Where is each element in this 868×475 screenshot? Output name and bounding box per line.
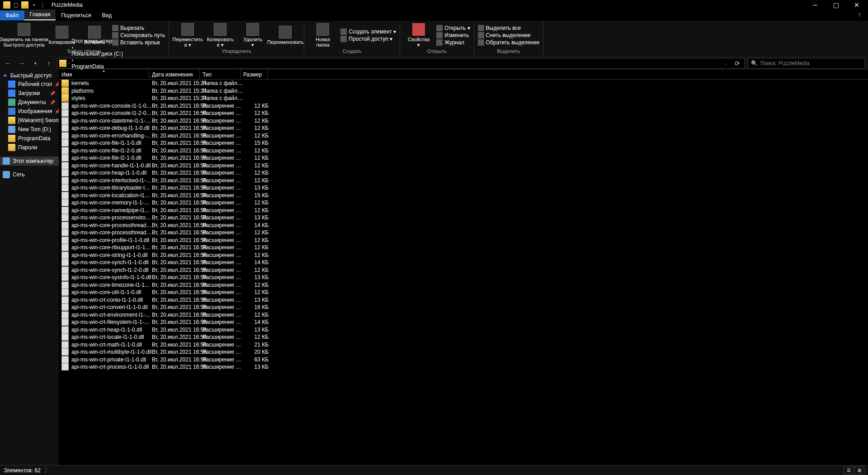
file-row[interactable]: api-ms-win-core-heap-l1-1-0.dllВт, 20.ию…: [59, 169, 868, 177]
sidebar-thispc[interactable]: Этот компьютер: [0, 157, 59, 166]
easyaccess-button[interactable]: Простой доступ ▾: [340, 36, 396, 42]
file-row[interactable]: api-ms-win-core-libraryloader-l1-1-0.dll…: [59, 184, 868, 192]
file-icon: [61, 333, 69, 341]
view-details-button[interactable]: ☰: [844, 466, 854, 475]
file-row[interactable]: api-ms-win-core-synch-l1-2-0.dllВт, 20.и…: [59, 266, 868, 274]
file-row[interactable]: api-ms-win-core-file-l1-2-0.dllВт, 20.ию…: [59, 147, 868, 155]
file-row[interactable]: api-ms-win-core-processthreads-l1-1-0.dl…: [59, 222, 868, 229]
sidebar-item[interactable]: Пароли: [0, 143, 59, 152]
sidebar-network[interactable]: Сеть: [0, 170, 59, 179]
edit-button[interactable]: Изменить: [436, 32, 470, 38]
file-row[interactable]: api-ms-win-core-memory-l1-1-0.dllВт, 20.…: [59, 199, 868, 207]
file-row[interactable]: api-ms-win-core-debug-l1-1-0.dllВт, 20.и…: [59, 124, 868, 132]
sidebar-item[interactable]: ProgramData: [0, 134, 59, 143]
file-row[interactable]: api-ms-win-core-errorhandling-l1-1-0.dll…: [59, 132, 868, 140]
search-input[interactable]: [760, 60, 862, 66]
moveto-button[interactable]: Переместить в ▾: [173, 22, 203, 48]
file-row[interactable]: api-ms-win-crt-process-l1-1-0.dllВт, 20.…: [59, 363, 868, 371]
recent-dropdown[interactable]: ▾: [30, 58, 41, 69]
rename-button[interactable]: Переименовать: [270, 25, 300, 46]
refresh-button[interactable]: ⟳: [732, 58, 743, 69]
file-row[interactable]: platformsВт, 20.июл.2021 15:24Папка с фа…: [59, 87, 868, 95]
back-button[interactable]: ←: [3, 58, 14, 69]
properties-button[interactable]: Свойства ▾: [404, 22, 434, 48]
pin-quickaccess-button[interactable]: Закрепить на панели быстрого доступа: [4, 22, 44, 48]
sidebar-item[interactable]: Загрузки📌: [0, 89, 59, 98]
breadcrumb-item[interactable]: Этот компьютер: [71, 38, 123, 44]
maximize-button[interactable]: ▢: [826, 0, 846, 10]
forward-button[interactable]: →: [16, 58, 27, 69]
sidebar-item[interactable]: Рабочий стол📌: [0, 80, 59, 89]
selectnone-button[interactable]: Снять выделение: [478, 32, 540, 38]
tab-view[interactable]: Вид: [96, 10, 117, 20]
file-row[interactable]: kernelsВт, 20.июл.2021 15:24Папка с файл…: [59, 80, 868, 87]
copypath-button[interactable]: Скопировать путь: [112, 32, 165, 38]
cut-button[interactable]: Вырезать: [112, 25, 165, 31]
file-row[interactable]: api-ms-win-core-file-l2-1-0.dllВт, 20.ию…: [59, 154, 868, 162]
breadcrumb-item[interactable]: ProgramData: [71, 63, 123, 70]
newitem-button[interactable]: Создать элемент ▾: [340, 28, 396, 35]
file-icon: [61, 348, 69, 356]
tab-home[interactable]: Главная: [24, 10, 56, 20]
file-row[interactable]: api-ms-win-crt-private-l1-1-0.dllВт, 20.…: [59, 356, 868, 364]
open-button[interactable]: Открыть ▾: [436, 25, 470, 31]
file-date: Вт, 20.июл.2021 16:56: [152, 207, 203, 214]
file-row[interactable]: api-ms-win-crt-math-l1-1-0.dllВт, 20.июл…: [59, 341, 868, 349]
minimize-button[interactable]: ─: [805, 0, 826, 10]
sidebar-item[interactable]: New Tom (D:): [0, 125, 59, 134]
delete-button[interactable]: Удалить ▾: [238, 22, 268, 48]
tab-share[interactable]: Поделиться: [56, 10, 96, 20]
help-icon[interactable]: ?: [850, 10, 868, 20]
file-row[interactable]: api-ms-win-core-util-l1-1-0.dllВт, 20.ию…: [59, 289, 868, 296]
file-row[interactable]: api-ms-win-core-namedpipe-l1-1-0.dllВт, …: [59, 207, 868, 214]
file-row[interactable]: api-ms-win-crt-filesystem-l1-1-0.dllВт, …: [59, 318, 868, 326]
file-row[interactable]: api-ms-win-core-file-l1-1-0.dllВт, 20.ию…: [59, 139, 868, 147]
history-button[interactable]: Журнал: [436, 39, 470, 46]
invert-button[interactable]: Обратить выделение: [478, 39, 540, 46]
file-row[interactable]: api-ms-win-core-profile-l1-1-0.dllВт, 20…: [59, 237, 868, 244]
sidebar-item[interactable]: [Wakanim] Sword A: [0, 116, 59, 125]
copyto-button[interactable]: Копировать в ▾: [205, 22, 235, 48]
file-row[interactable]: api-ms-win-crt-environment-l1-1-0.dllВт,…: [59, 311, 868, 319]
col-name[interactable]: Имя▲: [59, 70, 149, 79]
col-date[interactable]: Дата изменения: [149, 70, 200, 79]
file-size: 12 КБ: [243, 177, 270, 184]
file-row[interactable]: api-ms-win-core-console-l1-2-0.dllВт, 20…: [59, 109, 868, 117]
file-row[interactable]: api-ms-win-crt-convert-l1-1-0.dllВт, 20.…: [59, 304, 868, 311]
file-row[interactable]: api-ms-win-core-sysinfo-l1-1-0.dllВт, 20…: [59, 274, 868, 281]
file-row[interactable]: api-ms-win-core-timezone-l1-1-0.dllВт, 2…: [59, 281, 868, 289]
sidebar-item[interactable]: Изображения📌: [0, 107, 59, 116]
file-row[interactable]: api-ms-win-core-processenvironment-l1...…: [59, 214, 868, 222]
addr-dropdown[interactable]: ⌄: [720, 58, 731, 69]
file-row[interactable]: api-ms-win-core-rtlsupport-l1-1-0.dllВт,…: [59, 244, 868, 252]
sidebar-item[interactable]: Документы📌: [0, 98, 59, 107]
breadcrumb-item[interactable]: Локальный диск (C:): [71, 51, 123, 57]
file-row[interactable]: api-ms-win-core-processthreads-l1-1-1.dl…: [59, 229, 868, 237]
file-row[interactable]: api-ms-win-crt-heap-l1-1-0.dllВт, 20.июл…: [59, 326, 868, 334]
sidebar-quickaccess[interactable]: ★Быстрый доступ: [0, 71, 59, 80]
close-button[interactable]: ✕: [846, 0, 867, 10]
qat-properties-icon[interactable]: ▢: [12, 1, 20, 9]
file-row[interactable]: api-ms-win-crt-locale-l1-1-0.dllВт, 20.и…: [59, 333, 868, 341]
col-size[interactable]: Размер: [241, 70, 268, 79]
qat-dropdown-icon[interactable]: ▾: [30, 1, 38, 9]
file-row[interactable]: api-ms-win-core-console-l1-1-0.dllВт, 20…: [59, 102, 868, 110]
up-button[interactable]: ↑: [43, 58, 54, 69]
file-row[interactable]: api-ms-win-core-datetime-l1-1-0.dllВт, 2…: [59, 117, 868, 125]
file-row[interactable]: api-ms-win-core-string-l1-1-0.dllВт, 20.…: [59, 252, 868, 259]
file-row[interactable]: api-ms-win-core-handle-l1-1-0.dllВт, 20.…: [59, 162, 868, 170]
view-thumbs-button[interactable]: ⊞: [854, 466, 864, 475]
file-row[interactable]: api-ms-win-core-interlocked-l1-1-0.dllВт…: [59, 177, 868, 185]
file-row[interactable]: api-ms-win-core-synch-l1-1-0.dllВт, 20.и…: [59, 259, 868, 266]
col-type[interactable]: Тип: [200, 70, 241, 79]
file-row[interactable]: stylesВт, 20.июл.2021 15:24Папка с файла…: [59, 95, 868, 102]
file-row[interactable]: api-ms-win-core-localization-l1-2-0.dllВ…: [59, 192, 868, 200]
selectall-button[interactable]: Выделить все: [478, 25, 540, 31]
qat-newfolder-icon[interactable]: [21, 1, 29, 9]
file-row[interactable]: api-ms-win-crt-conio-l1-1-0.dllВт, 20.ию…: [59, 296, 868, 304]
tab-file[interactable]: Файл: [0, 10, 24, 20]
address-bar[interactable]: › Этот компьютер›Локальный диск (C:)›Pro…: [57, 58, 745, 69]
file-row[interactable]: api-ms-win-crt-multibyte-l1-1-0.dllВт, 2…: [59, 348, 868, 356]
search-box[interactable]: 🔍: [748, 58, 865, 69]
newfolder-button[interactable]: Новая папка: [308, 22, 338, 48]
